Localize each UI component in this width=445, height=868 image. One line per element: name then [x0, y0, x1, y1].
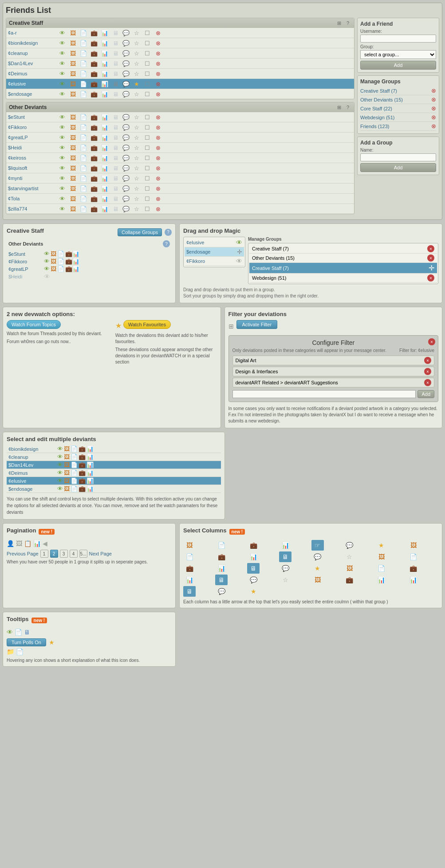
remove-icon[interactable]: ⊗: [153, 204, 163, 213]
checkbox-icon[interactable]: ☐: [142, 204, 153, 213]
watch-icon[interactable]: 👁: [57, 174, 67, 183]
col-r2c6[interactable]: 💬: [311, 551, 324, 562]
chat-icon[interactable]: 💬: [121, 79, 131, 88]
screen-icon[interactable]: 🖥: [110, 49, 121, 58]
manage-group-link[interactable]: Core Staff (22): [360, 106, 392, 111]
select-row-cleanup[interactable]: ¢cleanup👁🖼📄💼📊: [7, 453, 221, 461]
checkbox-icon[interactable]: ☐: [142, 113, 153, 121]
stats-icon[interactable]: 📊: [99, 39, 110, 47]
star-icon[interactable]: ★: [131, 79, 142, 88]
stats-icon[interactable]: 📊: [99, 153, 110, 162]
deviant-row-keiross[interactable]: ¢keiross👁🖼📄💼📊🖥💬☆☐⊗: [6, 153, 354, 163]
chat-icon[interactable]: 💬: [121, 143, 131, 152]
mini-deviant-row[interactable]: ¢greatLP👁🖼📄💼📊: [7, 265, 172, 273]
deviant-row-endosage[interactable]: $endosage👁🖼📄💼📊🖥💬☆☐⊗: [6, 89, 354, 99]
stats-icon[interactable]: 📊: [99, 69, 110, 78]
notes-icon[interactable]: 📄: [78, 143, 89, 152]
remove-icon[interactable]: ⊗: [153, 113, 163, 121]
stats-icon[interactable]: 📊: [99, 184, 110, 193]
star-icon[interactable]: ☆: [131, 133, 142, 142]
screen-icon[interactable]: 🖥: [110, 133, 121, 142]
grid2-icon[interactable]: ⊞: [335, 104, 343, 111]
checkbox-icon[interactable]: ☐: [142, 164, 153, 172]
star-icon[interactable]: ☆: [131, 49, 142, 58]
portfolio-icon[interactable]: 💼: [89, 133, 99, 142]
portfolio-icon[interactable]: 💼: [89, 174, 99, 183]
screen-icon[interactable]: 🖥: [110, 123, 121, 132]
gallery-icon[interactable]: 🖼: [67, 174, 78, 183]
portfolio-icon[interactable]: 💼: [89, 153, 99, 162]
star-icon[interactable]: ☆: [131, 123, 142, 132]
col-r5c5[interactable]: 🖥: [183, 586, 196, 597]
col-r2c7[interactable]: ☆: [343, 551, 356, 562]
watch-icon[interactable]: 👁: [57, 90, 67, 98]
col-r5c3[interactable]: 📊: [375, 575, 388, 585]
col-r2c3[interactable]: 💼: [215, 551, 228, 562]
star-icon[interactable]: ☆: [131, 69, 142, 78]
manage-group-remove-icon[interactable]: ⊗: [431, 87, 436, 94]
screen-icon[interactable]: 🖥: [110, 194, 121, 203]
remove-icon[interactable]: ⊗: [153, 59, 163, 68]
select-row-deimus[interactable]: ¢Deimus👁🖼📄💼📊: [7, 469, 221, 477]
col-r4c4[interactable]: 📊: [183, 575, 196, 585]
gallery-icon[interactable]: 🖼: [67, 90, 78, 98]
gallery-icon[interactable]: 🖼: [67, 49, 78, 58]
notes-icon[interactable]: 📄: [78, 133, 89, 142]
group-select[interactable]: select a group...: [360, 50, 436, 59]
screen-icon[interactable]: 🖥: [110, 79, 121, 88]
watch-icon[interactable]: 👁: [57, 133, 67, 142]
notes-icon[interactable]: 📄: [78, 174, 89, 183]
checkbox-icon[interactable]: ☐: [142, 194, 153, 203]
col-r4c6[interactable]: 💬: [247, 575, 260, 585]
watch-icon[interactable]: 👁: [57, 204, 67, 213]
prev-page-link[interactable]: Previous Page: [7, 551, 39, 556]
drag-group-creative1[interactable]: Creative Staff (7) ×: [249, 244, 437, 254]
screen-icon[interactable]: 🖥: [110, 184, 121, 193]
other-deviants-info-icon[interactable]: ?: [163, 240, 170, 247]
notes-icon[interactable]: 📄: [78, 28, 89, 37]
drag-item-endosage[interactable]: $endosage ✛: [185, 247, 244, 257]
gallery-icon[interactable]: 🖼: [67, 28, 78, 37]
portfolio-icon[interactable]: 💼: [89, 90, 99, 98]
manage-group-link[interactable]: Other Deviants (15): [360, 97, 403, 102]
portfolio-icon[interactable]: 💼: [89, 59, 99, 68]
manage-group-link[interactable]: Friends (123): [360, 124, 389, 129]
deviant-row-estunt[interactable]: $eStunt👁🖼📄💼📊🖥💬☆☐⊗: [6, 112, 354, 122]
gallery-icon[interactable]: 🖼: [67, 184, 78, 193]
stats-icon[interactable]: 📊: [99, 49, 110, 58]
stats-icon[interactable]: 📊: [99, 90, 110, 98]
select-row-endosage[interactable]: $endosage👁🖼📄💼📊: [7, 485, 221, 493]
star-icon[interactable]: ☆: [131, 153, 142, 162]
deviant-name-label[interactable]: $Heidi: [8, 145, 57, 150]
filter-close-icon[interactable]: ×: [428, 338, 435, 345]
col-r3c3[interactable]: 💼: [183, 563, 196, 574]
deviant-row-deimus[interactable]: ¢Deimus👁🖼📄💼📊🖥💬☆☐⊗: [6, 69, 354, 79]
col-r5c6[interactable]: 💬: [215, 586, 228, 597]
col-r2c1[interactable]: 🖼: [407, 540, 420, 551]
next-page-link[interactable]: Next Page: [89, 551, 112, 556]
portfolio-icon[interactable]: 💼: [89, 143, 99, 152]
deviant-name-label[interactable]: $eStunt: [8, 114, 57, 120]
gallery-icon[interactable]: 🖼: [67, 153, 78, 162]
gallery-icon[interactable]: 🖼: [67, 59, 78, 68]
page-3[interactable]: 3: [60, 550, 68, 558]
gallery-icon[interactable]: 🖼: [67, 39, 78, 47]
watch-icon[interactable]: 👁: [57, 79, 67, 88]
chat-icon[interactable]: 💬: [121, 153, 131, 162]
col-r5c2[interactable]: 💼: [343, 575, 356, 585]
remove-icon[interactable]: ⊗: [153, 184, 163, 193]
gallery-icon[interactable]: 🖼: [67, 164, 78, 172]
remove-icon[interactable]: ⊗: [153, 39, 163, 47]
col-r2c2[interactable]: 📄: [183, 551, 196, 562]
stats-icon[interactable]: 📊: [99, 28, 110, 37]
page-1[interactable]: 1: [40, 550, 48, 558]
portfolio-icon[interactable]: 💼: [89, 39, 99, 47]
star-icon[interactable]: ☆: [131, 90, 142, 98]
screen-icon[interactable]: 🖥: [110, 153, 121, 162]
deviant-row-starvingartist[interactable]: $starvingartist👁🖼📄💼📊🖥💬☆☐⊗: [6, 184, 354, 194]
gallery-icon[interactable]: 🖼: [67, 133, 78, 142]
deviant-name-label[interactable]: ¢a-r: [8, 30, 57, 35]
portfolio-icon[interactable]: 💼: [89, 49, 99, 58]
col-r2c5[interactable]: 🖥: [279, 551, 291, 562]
remove-icon[interactable]: ⊗: [153, 79, 163, 88]
